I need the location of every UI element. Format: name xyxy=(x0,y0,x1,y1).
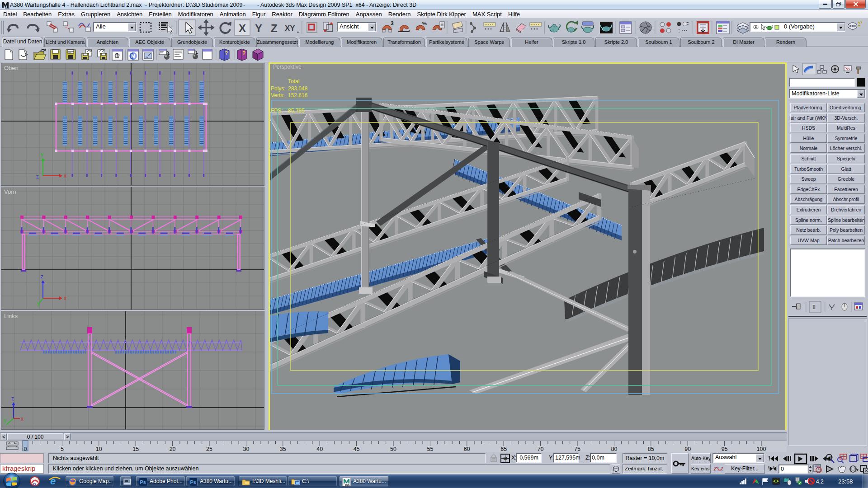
svg-text:0: 0 xyxy=(24,446,27,452)
svg-text:?: ? xyxy=(242,50,245,56)
svg-text:25: 25 xyxy=(206,446,212,452)
svg-text:35: 35 xyxy=(280,446,286,452)
svg-text:XY: XY xyxy=(285,24,295,33)
svg-text:X: X xyxy=(239,22,246,34)
svg-text:3DS: 3DS xyxy=(345,483,350,486)
svg-text:Polys:: Polys: xyxy=(271,85,286,92)
svg-text:283.048: 283.048 xyxy=(288,85,308,92)
svg-text:100: 100 xyxy=(757,446,766,452)
svg-text:x: x xyxy=(64,295,66,301)
svg-text:Q: Q xyxy=(33,482,36,486)
svg-text:152.616: 152.616 xyxy=(288,92,308,99)
svg-text:65: 65 xyxy=(500,446,507,452)
svg-text:Vorn: Vorn xyxy=(4,188,16,195)
svg-text:?: ? xyxy=(225,50,228,56)
svg-text:Ps: Ps xyxy=(190,479,196,485)
svg-text:Z: Z xyxy=(271,22,278,34)
svg-text:75: 75 xyxy=(574,446,580,452)
svg-text:95: 95 xyxy=(722,446,728,452)
svg-text:3ds: 3ds xyxy=(5,7,9,9)
svg-text:M: M xyxy=(131,53,135,59)
svg-text:45: 45 xyxy=(354,446,360,452)
svg-text:Verts:: Verts: xyxy=(271,92,285,99)
svg-text:y: y xyxy=(41,151,43,157)
svg-text:Total: Total xyxy=(288,78,299,84)
svg-text:y: y xyxy=(37,300,40,306)
svg-text:x: x xyxy=(64,173,66,179)
svg-text:10: 10 xyxy=(96,446,102,452)
svg-text:FPS:: FPS: xyxy=(271,108,283,114)
svg-text:%: % xyxy=(422,21,427,26)
svg-text:z: z xyxy=(36,174,39,180)
svg-text:70: 70 xyxy=(538,446,544,452)
svg-text:Links: Links xyxy=(4,313,18,319)
svg-text:90: 90 xyxy=(684,446,691,452)
svg-text:Ps: Ps xyxy=(140,479,146,485)
svg-text:50: 50 xyxy=(390,446,396,452)
svg-text:y: y xyxy=(4,417,6,423)
svg-text:85,785: 85,785 xyxy=(288,108,305,114)
svg-text:z: z xyxy=(11,395,14,402)
svg-text:Perspektive: Perspektive xyxy=(273,64,302,70)
svg-text:z: z xyxy=(41,273,43,280)
svg-text:5: 5 xyxy=(61,446,64,452)
svg-text:80: 80 xyxy=(611,446,617,452)
svg-text:20: 20 xyxy=(170,446,176,452)
svg-text:3: 3 xyxy=(391,20,394,27)
svg-text:85: 85 xyxy=(648,446,654,452)
svg-text:Oben: Oben xyxy=(4,65,19,71)
svg-text:II: II xyxy=(812,304,816,310)
svg-text:40: 40 xyxy=(316,446,323,452)
svg-text:Y: Y xyxy=(255,22,262,34)
svg-text:55: 55 xyxy=(427,446,433,452)
svg-text:60: 60 xyxy=(464,446,470,452)
svg-text:15: 15 xyxy=(132,446,139,452)
svg-text:x: x xyxy=(21,416,24,422)
svg-text:30: 30 xyxy=(243,446,249,452)
